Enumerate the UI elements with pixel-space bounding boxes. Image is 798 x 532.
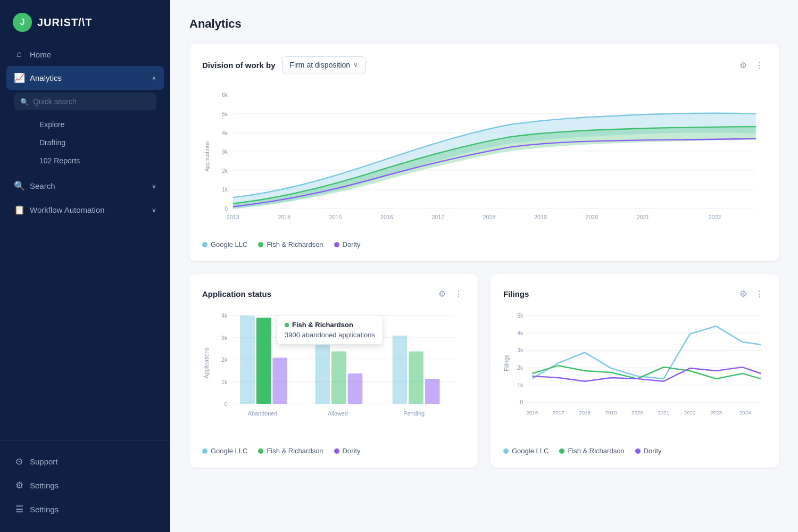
workflow-chevron-icon: ∨: [152, 206, 156, 214]
sidebar-item-analytics[interactable]: 📈 Analytics ∧: [6, 66, 164, 90]
subnav-item-reports[interactable]: 102 Reports: [32, 152, 156, 170]
filings-card-header: Filings ⚙ ⋮: [503, 287, 766, 301]
legend-fish: Fish & Richardson: [258, 240, 323, 248]
legend-app-google: Google LLC: [202, 447, 247, 455]
svg-text:2021: 2021: [637, 214, 650, 220]
filings-actions: ⚙ ⋮: [737, 287, 766, 301]
search-chevron-icon: ∨: [152, 182, 156, 190]
nav-section: ⌂ Home 📈 Analytics ∧ 🔍 Explore Drafting …: [0, 43, 170, 440]
sidebar-item-settings[interactable]: ⚙ Settings: [6, 473, 164, 497]
dropdown-arrow-icon: ∨: [353, 61, 358, 69]
firm-dropdown-label: Firm at disposition: [290, 61, 351, 69]
sidebar-item-analytics-label: Analytics: [30, 73, 146, 82]
legend-filings-google-dot: [503, 448, 509, 454]
legend-filings-dority-dot: [635, 448, 641, 454]
division-work-card-header: Division of work by Firm at disposition …: [202, 56, 766, 73]
main-content: Analytics Division of work by Firm at di…: [170, 0, 798, 532]
legend-app-dority-label: Dority: [343, 447, 361, 455]
search-nav-icon: 🔍: [14, 180, 24, 192]
svg-text:6k: 6k: [222, 92, 228, 98]
settings-gear-icon: ⚙: [14, 480, 24, 491]
svg-text:2021: 2021: [658, 410, 669, 415]
svg-text:1k: 1k: [221, 379, 228, 385]
subnav-item-explore[interactable]: Explore: [32, 115, 156, 134]
bar-allowed-fish: [331, 352, 346, 404]
analytics-chevron-icon: ∧: [152, 74, 156, 82]
legend-google-dot: [202, 242, 207, 247]
svg-text:2020: 2020: [586, 214, 598, 220]
logo-name: JURIST/\T: [37, 16, 92, 29]
division-dots-icon[interactable]: ⋮: [753, 58, 766, 72]
division-gear-icon[interactable]: ⚙: [737, 58, 749, 72]
svg-text:2022: 2022: [684, 410, 696, 415]
app-status-actions: ⚙ ⋮: [436, 287, 465, 301]
legend-filings-fish-label: Fish & Richardson: [568, 447, 624, 455]
search-icon: 🔍: [20, 98, 29, 106]
division-work-header-left: Division of work by Firm at disposition …: [202, 56, 366, 73]
quick-search-input[interactable]: [33, 97, 150, 106]
filings-dots-icon[interactable]: ⋮: [753, 287, 766, 301]
svg-text:2016: 2016: [380, 214, 393, 220]
filings-gear-icon[interactable]: ⚙: [737, 287, 749, 301]
bar-abandoned-google: [240, 315, 255, 404]
app-status-header: Application status ⚙ ⋮: [202, 287, 465, 301]
svg-text:1k: 1k: [222, 186, 228, 193]
svg-text:1k: 1k: [517, 382, 523, 388]
legend-app-fish-dot: [258, 448, 263, 454]
legend-filings-google: Google LLC: [503, 447, 548, 455]
quick-search-box[interactable]: 🔍: [14, 93, 156, 110]
svg-text:Filings: Filings: [503, 354, 510, 371]
legend-app-google-dot: [202, 448, 207, 454]
svg-text:3k: 3k: [517, 347, 523, 353]
firm-dropdown[interactable]: Firm at disposition ∨: [282, 56, 367, 73]
filings-chart-svg: 5k 4k 3k 2k 1k 0 Filings 2016 2017 2018 …: [503, 310, 766, 437]
analytics-icon: 📈: [14, 72, 24, 84]
svg-text:2020: 2020: [631, 410, 643, 415]
svg-text:2016: 2016: [526, 410, 538, 415]
legend-fish-dot: [258, 242, 263, 247]
legend-google-label: Google LLC: [211, 240, 247, 248]
svg-text:0: 0: [520, 399, 523, 405]
svg-text:5k: 5k: [517, 312, 523, 319]
workflow-icon: 📋: [14, 204, 24, 215]
bar-abandoned-fish: [256, 318, 271, 404]
svg-text:2019: 2019: [605, 410, 617, 415]
svg-text:2013: 2013: [227, 214, 239, 220]
legend-filings-dority-label: Dority: [644, 447, 662, 455]
legend-dority-dot: [334, 242, 339, 247]
legend-filings-dority: Dority: [635, 447, 662, 455]
bar-pending-google: [393, 336, 408, 404]
legend-filings-fish-dot: [559, 448, 564, 454]
app-status-legend: Google LLC Fish & Richardson Dority: [202, 447, 465, 455]
app-status-gear-icon[interactable]: ⚙: [436, 287, 448, 301]
sidebar-item-settings2-label: Settings: [30, 505, 156, 514]
legend-google: Google LLC: [202, 240, 247, 248]
sidebar-item-workflow[interactable]: 📋 Workflow Automation ∨: [6, 198, 164, 222]
filings-google-line: [532, 326, 761, 379]
svg-text:2022: 2022: [709, 214, 721, 220]
svg-text:2019: 2019: [534, 214, 547, 220]
sidebar-item-settings-label: Settings: [30, 481, 156, 490]
page-title: Analytics: [189, 17, 779, 31]
sidebar-footer: ⊙ Support ⚙ Settings ☰ Settings: [0, 440, 170, 532]
sidebar-item-home[interactable]: ⌂ Home: [6, 43, 164, 66]
legend-app-fish: Fish & Richardson: [258, 447, 323, 455]
division-work-actions: ⚙ ⋮: [737, 58, 766, 72]
app-status-dots-icon[interactable]: ⋮: [452, 287, 465, 301]
subnav-item-drafting[interactable]: Drafting: [32, 134, 156, 152]
svg-text:2017: 2017: [553, 410, 564, 415]
svg-text:Abandoned: Abandoned: [248, 410, 278, 417]
bar-allowed-google: [315, 338, 330, 404]
app-status-title: Application status: [202, 289, 271, 298]
legend-app-fish-label: Fish & Richardson: [267, 447, 323, 455]
filings-title: Filings: [503, 289, 529, 298]
sidebar-item-support[interactable]: ⊙ Support: [6, 450, 164, 473]
svg-text:3k: 3k: [221, 335, 228, 341]
svg-text:5k: 5k: [222, 111, 228, 117]
sidebar-item-support-label: Support: [30, 457, 156, 466]
sidebar-item-search[interactable]: 🔍 Search ∨: [6, 174, 164, 198]
svg-text:2k: 2k: [222, 168, 228, 174]
bar-pending-dority: [425, 379, 440, 404]
sidebar-item-settings2[interactable]: ☰ Settings: [6, 497, 164, 521]
svg-text:Applications: Applications: [204, 141, 210, 171]
